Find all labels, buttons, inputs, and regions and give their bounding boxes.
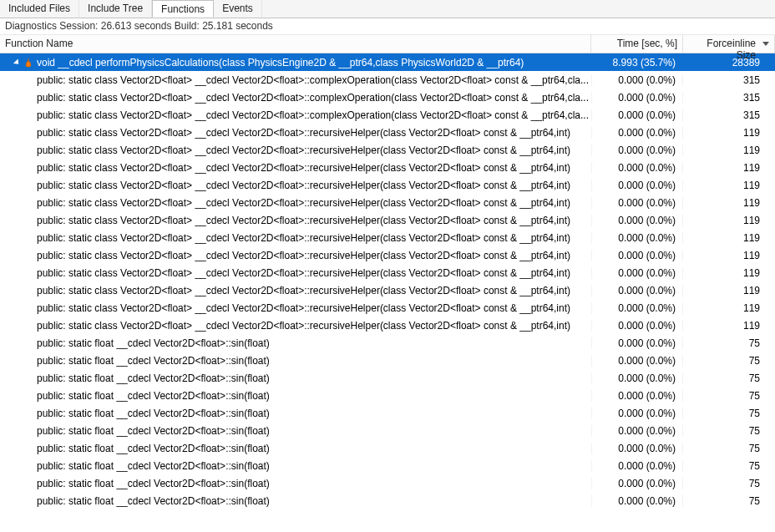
function-name-cell: public: static float __cdecl Vector2D<fl… <box>0 478 591 489</box>
table-row[interactable]: public: static class Vector2D<float> __c… <box>0 141 775 159</box>
tab-events[interactable]: Events <box>214 0 262 18</box>
size-cell: 75 <box>683 390 775 402</box>
table-row[interactable]: public: static class Vector2D<float> __c… <box>0 124 775 141</box>
function-name-cell: void __cdecl performPhysicsCalculations(… <box>0 57 591 68</box>
function-signature: public: static float __cdecl Vector2D<fl… <box>37 408 270 419</box>
table-row[interactable]: public: static float __cdecl Vector2D<fl… <box>0 369 775 387</box>
tree-collapse-icon[interactable] <box>13 58 21 66</box>
tab-bar: Included FilesInclude TreeFunctionsEvent… <box>0 0 775 18</box>
time-cell: 0.000 (0.0%) <box>591 267 683 279</box>
time-cell: 0.000 (0.0%) <box>591 109 683 121</box>
function-name-cell: public: static class Vector2D<float> __c… <box>0 320 591 332</box>
table-row[interactable]: public: static class Vector2D<float> __c… <box>0 246 775 264</box>
time-cell: 0.000 (0.0%) <box>591 320 683 332</box>
time-cell: 0.000 (0.0%) <box>591 180 683 191</box>
table-row[interactable]: public: static float __cdecl Vector2D<fl… <box>0 492 775 509</box>
function-name-cell: public: static class Vector2D<float> __c… <box>0 285 591 296</box>
function-name-cell: public: static class Vector2D<float> __c… <box>0 267 591 279</box>
header-function-name[interactable]: Function Name <box>0 35 591 53</box>
table-row[interactable]: public: static float __cdecl Vector2D<fl… <box>0 422 775 439</box>
header-time[interactable]: Time [sec, %] <box>591 35 683 53</box>
function-signature: public: static class Vector2D<float> __c… <box>37 285 570 296</box>
function-name-cell: public: static float __cdecl Vector2D<fl… <box>0 337 591 349</box>
function-signature: public: static class Vector2D<float> __c… <box>37 144 570 156</box>
size-cell: 119 <box>683 302 775 314</box>
time-cell: 0.000 (0.0%) <box>591 372 683 384</box>
time-cell: 0.000 (0.0%) <box>591 250 683 261</box>
function-name-cell: public: static float __cdecl Vector2D<fl… <box>0 425 591 437</box>
function-name-cell: public: static class Vector2D<float> __c… <box>0 215 591 226</box>
function-signature: public: static class Vector2D<float> __c… <box>37 74 589 86</box>
function-signature: public: static class Vector2D<float> __c… <box>37 232 570 244</box>
table-row[interactable]: public: static class Vector2D<float> __c… <box>0 194 775 211</box>
function-signature: public: static float __cdecl Vector2D<fl… <box>37 390 270 402</box>
size-cell: 119 <box>683 232 775 244</box>
function-signature: public: static class Vector2D<float> __c… <box>37 320 570 332</box>
time-cell: 0.000 (0.0%) <box>591 197 683 209</box>
function-name-cell: public: static float __cdecl Vector2D<fl… <box>0 495 591 507</box>
function-name-cell: public: static float __cdecl Vector2D<fl… <box>0 372 591 384</box>
function-signature: public: static class Vector2D<float> __c… <box>37 180 570 191</box>
table-row[interactable]: public: static class Vector2D<float> __c… <box>0 176 775 194</box>
table-row[interactable]: public: static float __cdecl Vector2D<fl… <box>0 474 775 492</box>
table-row[interactable]: public: static class Vector2D<float> __c… <box>0 159 775 176</box>
size-cell: 75 <box>683 460 775 472</box>
table-row[interactable]: public: static class Vector2D<float> __c… <box>0 211 775 229</box>
table-row[interactable]: public: static class Vector2D<float> __c… <box>0 281 775 299</box>
time-cell: 0.000 (0.0%) <box>591 127 683 139</box>
size-cell: 119 <box>683 180 775 191</box>
table-row[interactable]: public: static class Vector2D<float> __c… <box>0 89 775 106</box>
table-row[interactable]: public: static class Vector2D<float> __c… <box>0 106 775 124</box>
table-row[interactable]: public: static float __cdecl Vector2D<fl… <box>0 334 775 352</box>
function-name-cell: public: static class Vector2D<float> __c… <box>0 74 591 86</box>
size-cell: 119 <box>683 144 775 156</box>
time-cell: 0.000 (0.0%) <box>591 232 683 244</box>
table-row[interactable]: public: static class Vector2D<float> __c… <box>0 317 775 334</box>
table-row[interactable]: public: static float __cdecl Vector2D<fl… <box>0 457 775 474</box>
function-name-cell: public: static class Vector2D<float> __c… <box>0 109 591 121</box>
flame-icon <box>23 58 33 68</box>
size-cell: 119 <box>683 215 775 226</box>
size-cell: 119 <box>683 250 775 261</box>
table-row[interactable]: void __cdecl performPhysicsCalculations(… <box>0 53 775 71</box>
time-cell: 0.000 (0.0%) <box>591 478 683 489</box>
function-name-cell: public: static class Vector2D<float> __c… <box>0 162 591 174</box>
tab-included-files[interactable]: Included Files <box>0 0 79 18</box>
function-name-cell: public: static float __cdecl Vector2D<fl… <box>0 460 591 472</box>
size-cell: 75 <box>683 478 775 489</box>
table-row[interactable]: public: static float __cdecl Vector2D<fl… <box>0 439 775 457</box>
size-cell: 75 <box>683 408 775 419</box>
table-row[interactable]: public: static float __cdecl Vector2D<fl… <box>0 352 775 369</box>
size-cell: 119 <box>683 197 775 209</box>
time-cell: 0.000 (0.0%) <box>591 92 683 104</box>
size-cell: 315 <box>683 92 775 104</box>
function-name-cell: public: static class Vector2D<float> __c… <box>0 250 591 261</box>
function-signature: public: static class Vector2D<float> __c… <box>37 197 570 209</box>
function-signature: public: static float __cdecl Vector2D<fl… <box>37 425 270 437</box>
function-signature: public: static class Vector2D<float> __c… <box>37 92 589 104</box>
table-row[interactable]: public: static class Vector2D<float> __c… <box>0 299 775 317</box>
table-row[interactable]: public: static float __cdecl Vector2D<fl… <box>0 404 775 422</box>
function-name-cell: public: static float __cdecl Vector2D<fl… <box>0 390 591 402</box>
function-name-cell: public: static class Vector2D<float> __c… <box>0 127 591 139</box>
function-signature: public: static float __cdecl Vector2D<fl… <box>37 478 270 489</box>
function-name-cell: public: static float __cdecl Vector2D<fl… <box>0 355 591 367</box>
function-signature: public: static float __cdecl Vector2D<fl… <box>37 460 270 472</box>
tab-functions[interactable]: Functions <box>152 0 214 18</box>
header-forceinline-size[interactable]: Forceinline Size <box>683 35 775 53</box>
function-name-cell: public: static class Vector2D<float> __c… <box>0 197 591 209</box>
time-cell: 0.000 (0.0%) <box>591 74 683 86</box>
size-cell: 119 <box>683 127 775 139</box>
table-row[interactable]: public: static class Vector2D<float> __c… <box>0 71 775 89</box>
function-signature: public: static float __cdecl Vector2D<fl… <box>37 495 270 507</box>
time-cell: 0.000 (0.0%) <box>591 162 683 174</box>
function-signature: public: static float __cdecl Vector2D<fl… <box>37 443 270 454</box>
time-cell: 0.000 (0.0%) <box>591 215 683 226</box>
table-row[interactable]: public: static float __cdecl Vector2D<fl… <box>0 387 775 404</box>
time-cell: 0.000 (0.0%) <box>591 425 683 437</box>
size-cell: 119 <box>683 267 775 279</box>
table-row[interactable]: public: static class Vector2D<float> __c… <box>0 229 775 246</box>
table-row[interactable]: public: static class Vector2D<float> __c… <box>0 264 775 281</box>
tab-include-tree[interactable]: Include Tree <box>79 0 152 18</box>
function-name-cell: public: static float __cdecl Vector2D<fl… <box>0 408 591 419</box>
